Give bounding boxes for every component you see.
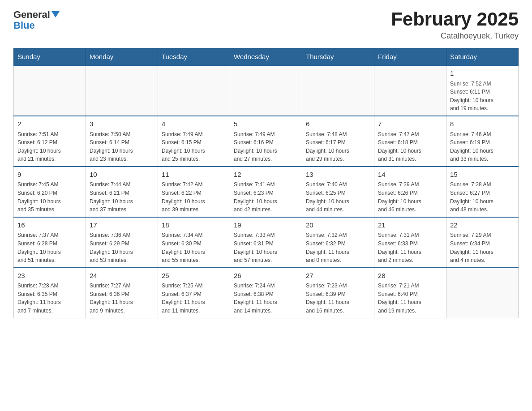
day-cell bbox=[302, 65, 374, 116]
day-info: Sunrise: 7:34 AM Sunset: 6:30 PM Dayligh… bbox=[162, 231, 226, 264]
day-info: Sunrise: 7:36 AM Sunset: 6:29 PM Dayligh… bbox=[90, 231, 154, 264]
day-info: Sunrise: 7:23 AM Sunset: 6:39 PM Dayligh… bbox=[306, 282, 370, 315]
calendar-subtitle: Catalhoeyuek, Turkey bbox=[391, 31, 519, 41]
logo: General Blue bbox=[13, 9, 60, 31]
day-info: Sunrise: 7:32 AM Sunset: 6:32 PM Dayligh… bbox=[306, 231, 370, 264]
day-number: 18 bbox=[162, 220, 226, 231]
day-cell: 10Sunrise: 7:44 AM Sunset: 6:21 PM Dayli… bbox=[86, 167, 158, 217]
day-cell: 28Sunrise: 7:21 AM Sunset: 6:40 PM Dayli… bbox=[374, 268, 446, 318]
day-info: Sunrise: 7:38 AM Sunset: 6:27 PM Dayligh… bbox=[450, 180, 515, 214]
logo-triangle-icon bbox=[51, 11, 60, 19]
day-cell: 24Sunrise: 7:27 AM Sunset: 6:36 PM Dayli… bbox=[86, 268, 158, 318]
day-number: 12 bbox=[234, 170, 298, 180]
day-cell: 16Sunrise: 7:37 AM Sunset: 6:28 PM Dayli… bbox=[14, 217, 86, 268]
day-number: 2 bbox=[17, 119, 82, 129]
header-cell-wednesday: Wednesday bbox=[230, 48, 302, 66]
day-info: Sunrise: 7:31 AM Sunset: 6:33 PM Dayligh… bbox=[378, 231, 442, 264]
logo-general-text: General bbox=[13, 9, 50, 21]
header-cell-tuesday: Tuesday bbox=[158, 48, 230, 66]
day-number: 11 bbox=[162, 170, 226, 180]
day-info: Sunrise: 7:49 AM Sunset: 6:16 PM Dayligh… bbox=[234, 130, 298, 163]
day-number: 26 bbox=[234, 271, 298, 281]
day-info: Sunrise: 7:48 AM Sunset: 6:17 PM Dayligh… bbox=[306, 130, 370, 163]
day-cell: 26Sunrise: 7:24 AM Sunset: 6:38 PM Dayli… bbox=[230, 268, 302, 318]
day-info: Sunrise: 7:49 AM Sunset: 6:15 PM Dayligh… bbox=[162, 130, 226, 163]
day-cell bbox=[86, 65, 158, 116]
day-cell: 27Sunrise: 7:23 AM Sunset: 6:39 PM Dayli… bbox=[302, 268, 374, 318]
day-cell bbox=[446, 268, 519, 318]
day-number: 28 bbox=[378, 271, 442, 281]
day-number: 17 bbox=[90, 220, 154, 231]
day-number: 23 bbox=[17, 271, 82, 281]
header-cell-saturday: Saturday bbox=[446, 48, 519, 66]
title-block: February 2025 Catalhoeyuek, Turkey bbox=[391, 9, 519, 41]
day-number: 20 bbox=[306, 220, 370, 231]
day-number: 24 bbox=[90, 271, 154, 281]
day-number: 4 bbox=[162, 119, 226, 129]
day-info: Sunrise: 7:46 AM Sunset: 6:19 PM Dayligh… bbox=[450, 130, 515, 163]
day-info: Sunrise: 7:28 AM Sunset: 6:35 PM Dayligh… bbox=[17, 282, 82, 315]
day-cell bbox=[374, 65, 446, 116]
day-info: Sunrise: 7:41 AM Sunset: 6:23 PM Dayligh… bbox=[234, 180, 298, 214]
day-number: 7 bbox=[378, 119, 442, 129]
day-info: Sunrise: 7:50 AM Sunset: 6:14 PM Dayligh… bbox=[90, 130, 154, 163]
day-number: 15 bbox=[450, 170, 515, 180]
day-cell: 2Sunrise: 7:51 AM Sunset: 6:12 PM Daylig… bbox=[14, 116, 86, 167]
week-row: 9Sunrise: 7:45 AM Sunset: 6:20 PM Daylig… bbox=[14, 167, 519, 217]
day-info: Sunrise: 7:25 AM Sunset: 6:37 PM Dayligh… bbox=[162, 282, 226, 315]
day-number: 10 bbox=[90, 170, 154, 180]
day-cell: 7Sunrise: 7:47 AM Sunset: 6:18 PM Daylig… bbox=[374, 116, 446, 167]
day-number: 19 bbox=[234, 220, 298, 231]
day-cell bbox=[14, 65, 86, 116]
week-row: 23Sunrise: 7:28 AM Sunset: 6:35 PM Dayli… bbox=[14, 268, 519, 318]
header-cell-monday: Monday bbox=[86, 48, 158, 66]
day-number: 3 bbox=[90, 119, 154, 129]
day-cell bbox=[230, 65, 302, 116]
calendar-header-row: SundayMondayTuesdayWednesdayThursdayFrid… bbox=[14, 48, 519, 66]
day-cell: 17Sunrise: 7:36 AM Sunset: 6:29 PM Dayli… bbox=[86, 217, 158, 268]
day-info: Sunrise: 7:39 AM Sunset: 6:26 PM Dayligh… bbox=[378, 180, 442, 214]
week-row: 1Sunrise: 7:52 AM Sunset: 6:11 PM Daylig… bbox=[14, 65, 519, 116]
day-info: Sunrise: 7:29 AM Sunset: 6:34 PM Dayligh… bbox=[450, 231, 515, 264]
day-info: Sunrise: 7:37 AM Sunset: 6:28 PM Dayligh… bbox=[17, 231, 82, 264]
day-info: Sunrise: 7:40 AM Sunset: 6:25 PM Dayligh… bbox=[306, 180, 370, 214]
day-info: Sunrise: 7:51 AM Sunset: 6:12 PM Dayligh… bbox=[17, 130, 82, 163]
day-cell bbox=[158, 65, 230, 116]
day-number: 22 bbox=[450, 220, 515, 231]
day-number: 6 bbox=[306, 119, 370, 129]
day-cell: 22Sunrise: 7:29 AM Sunset: 6:34 PM Dayli… bbox=[446, 217, 519, 268]
day-info: Sunrise: 7:33 AM Sunset: 6:31 PM Dayligh… bbox=[234, 231, 298, 264]
day-cell: 13Sunrise: 7:40 AM Sunset: 6:25 PM Dayli… bbox=[302, 167, 374, 217]
day-cell: 9Sunrise: 7:45 AM Sunset: 6:20 PM Daylig… bbox=[14, 167, 86, 217]
header-cell-thursday: Thursday bbox=[302, 48, 374, 66]
day-info: Sunrise: 7:42 AM Sunset: 6:22 PM Dayligh… bbox=[162, 180, 226, 214]
day-cell: 15Sunrise: 7:38 AM Sunset: 6:27 PM Dayli… bbox=[446, 167, 519, 217]
header-cell-friday: Friday bbox=[374, 48, 446, 66]
week-row: 16Sunrise: 7:37 AM Sunset: 6:28 PM Dayli… bbox=[14, 217, 519, 268]
week-row: 2Sunrise: 7:51 AM Sunset: 6:12 PM Daylig… bbox=[14, 116, 519, 167]
day-number: 14 bbox=[378, 170, 442, 180]
calendar-table: SundayMondayTuesdayWednesdayThursdayFrid… bbox=[13, 48, 519, 318]
day-number: 1 bbox=[450, 68, 515, 79]
day-cell: 6Sunrise: 7:48 AM Sunset: 6:17 PM Daylig… bbox=[302, 116, 374, 167]
day-info: Sunrise: 7:27 AM Sunset: 6:36 PM Dayligh… bbox=[90, 282, 154, 315]
day-cell: 1Sunrise: 7:52 AM Sunset: 6:11 PM Daylig… bbox=[446, 65, 519, 116]
day-cell: 4Sunrise: 7:49 AM Sunset: 6:15 PM Daylig… bbox=[158, 116, 230, 167]
calendar-title: February 2025 bbox=[391, 9, 519, 30]
day-number: 13 bbox=[306, 170, 370, 180]
day-cell: 21Sunrise: 7:31 AM Sunset: 6:33 PM Dayli… bbox=[374, 217, 446, 268]
day-cell: 20Sunrise: 7:32 AM Sunset: 6:32 PM Dayli… bbox=[302, 217, 374, 268]
page-header: General Blue February 2025 Catalhoeyuek,… bbox=[13, 9, 519, 41]
day-info: Sunrise: 7:24 AM Sunset: 6:38 PM Dayligh… bbox=[234, 282, 298, 315]
day-number: 5 bbox=[234, 119, 298, 129]
header-cell-sunday: Sunday bbox=[14, 48, 86, 66]
day-cell: 14Sunrise: 7:39 AM Sunset: 6:26 PM Dayli… bbox=[374, 167, 446, 217]
day-cell: 11Sunrise: 7:42 AM Sunset: 6:22 PM Dayli… bbox=[158, 167, 230, 217]
day-number: 16 bbox=[17, 220, 82, 231]
logo-blue-text: Blue bbox=[13, 20, 35, 31]
day-cell: 23Sunrise: 7:28 AM Sunset: 6:35 PM Dayli… bbox=[14, 268, 86, 318]
day-number: 25 bbox=[162, 271, 226, 281]
day-cell: 25Sunrise: 7:25 AM Sunset: 6:37 PM Dayli… bbox=[158, 268, 230, 318]
day-number: 9 bbox=[17, 170, 82, 180]
day-info: Sunrise: 7:21 AM Sunset: 6:40 PM Dayligh… bbox=[378, 282, 442, 315]
